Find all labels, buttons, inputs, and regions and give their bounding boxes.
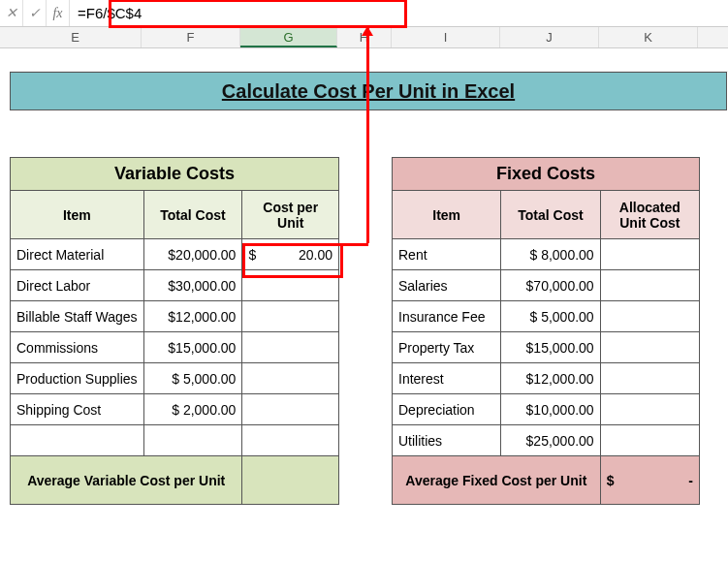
col-header-H[interactable]: H xyxy=(337,27,392,47)
var-avg-label: Average Variable Cost per Unit xyxy=(11,456,242,505)
fix-avg-value[interactable]: $ - xyxy=(600,456,699,505)
cell-empty[interactable] xyxy=(11,425,144,456)
cell-item[interactable]: Rent xyxy=(393,239,501,270)
fixed-costs-table: Fixed Costs Item Total Cost Allocated Un… xyxy=(392,157,700,505)
cell-item[interactable]: Billable Staff Wages xyxy=(11,301,144,332)
cell-cpu[interactable] xyxy=(242,270,339,301)
cell-alloc[interactable] xyxy=(600,425,699,456)
cell-alloc[interactable] xyxy=(600,270,699,301)
col-header-I[interactable]: I xyxy=(392,27,500,47)
cell-alloc[interactable] xyxy=(600,239,699,270)
cell-total[interactable]: $ 8,000.00 xyxy=(501,239,600,270)
formula-input[interactable]: =F6/$C$4 xyxy=(70,0,728,26)
table-row: Commissions $15,000.00 xyxy=(11,332,339,363)
currency-symbol: $ xyxy=(248,247,256,263)
table-row: Billable Staff Wages $12,000.00 xyxy=(11,301,339,332)
fixed-header: Fixed Costs xyxy=(393,158,700,191)
table-row: Salaries $70,000.00 xyxy=(393,270,700,301)
table-row: Rent $ 8,000.00 xyxy=(393,239,700,270)
cell-item[interactable]: Insurance Fee xyxy=(393,301,501,332)
cell-total[interactable]: $25,000.00 xyxy=(501,425,600,456)
col-header-E[interactable]: E xyxy=(10,27,142,47)
cell-item[interactable]: Property Tax xyxy=(393,332,501,363)
fix-avg-label: Average Fixed Cost per Unit xyxy=(393,456,601,505)
cell-cpu[interactable] xyxy=(242,394,339,425)
cell-total[interactable]: $10,000.00 xyxy=(501,394,600,425)
cell-total[interactable]: $12,000.00 xyxy=(501,363,600,394)
table-row: Insurance Fee $ 5,000.00 xyxy=(393,301,700,332)
fix-col-total: Total Cost xyxy=(501,191,600,239)
cell-total[interactable]: $15,000.00 xyxy=(501,332,600,363)
table-row xyxy=(11,425,339,456)
confirm-icon[interactable]: ✓ xyxy=(23,0,47,26)
var-col-item: Item xyxy=(11,191,144,239)
cell-item[interactable]: Direct Material xyxy=(11,239,144,270)
table-row: Direct Material $20,000.00 $ 20.00 xyxy=(11,239,339,270)
col-header-G[interactable]: G xyxy=(240,27,337,47)
cell-item[interactable]: Interest xyxy=(393,363,501,394)
cell-total[interactable]: $12,000.00 xyxy=(143,301,242,332)
cell-alloc[interactable] xyxy=(600,301,699,332)
cancel-icon[interactable]: ✕ xyxy=(0,0,23,26)
col-header-J[interactable]: J xyxy=(500,27,599,47)
variable-costs-table: Variable Costs Item Total Cost Cost per … xyxy=(10,157,339,505)
cell-item[interactable]: Shipping Cost xyxy=(11,394,144,425)
table-row: Interest $12,000.00 xyxy=(393,363,700,394)
cell-cpu[interactable] xyxy=(242,301,339,332)
cell-alloc[interactable] xyxy=(600,332,699,363)
avg-value: - xyxy=(688,473,693,488)
cell-total[interactable]: $ 2,000.00 xyxy=(143,394,242,425)
table-row: Shipping Cost $ 2,000.00 xyxy=(11,394,339,425)
cell-total[interactable]: $30,000.00 xyxy=(143,270,242,301)
table-row: Utilities $25,000.00 xyxy=(393,425,700,456)
table-row: Property Tax $15,000.00 xyxy=(393,332,700,363)
var-avg-value[interactable] xyxy=(242,456,339,505)
formula-bar: ✕ ✓ fx =F6/$C$4 xyxy=(0,0,728,27)
cell-total[interactable]: $ 5,000.00 xyxy=(501,301,600,332)
cell-total[interactable]: $70,000.00 xyxy=(501,270,600,301)
fix-col-alloc: Allocated Unit Cost xyxy=(600,191,699,239)
var-col-total: Total Cost xyxy=(143,191,242,239)
cell-cpu-active[interactable]: $ 20.00 xyxy=(242,239,339,270)
cell-alloc[interactable] xyxy=(600,394,699,425)
cell-item[interactable]: Direct Labor xyxy=(11,270,144,301)
cpu-value: 20.00 xyxy=(299,247,332,263)
page-title: Calculate Cost Per Unit in Excel xyxy=(10,72,727,110)
cell-cpu[interactable] xyxy=(242,363,339,394)
cell-item[interactable]: Utilities xyxy=(393,425,501,456)
table-row: Production Supplies $ 5,000.00 xyxy=(11,363,339,394)
cell-item[interactable]: Salaries xyxy=(393,270,501,301)
cell-empty[interactable] xyxy=(242,425,339,456)
table-row: Direct Labor $30,000.00 xyxy=(11,270,339,301)
cell-total[interactable]: $15,000.00 xyxy=(143,332,242,363)
column-headers: E F G H I J K xyxy=(0,27,728,48)
fix-col-item: Item xyxy=(393,191,501,239)
variable-header: Variable Costs xyxy=(11,158,339,191)
cell-empty[interactable] xyxy=(143,425,242,456)
currency-symbol: $ xyxy=(607,473,615,488)
cell-total[interactable]: $ 5,000.00 xyxy=(143,363,242,394)
cell-item[interactable]: Commissions xyxy=(11,332,144,363)
fx-icon[interactable]: fx xyxy=(47,0,70,26)
row-spacer xyxy=(10,48,728,72)
table-row: Depreciation $10,000.00 xyxy=(393,394,700,425)
cell-total[interactable]: $20,000.00 xyxy=(143,239,242,270)
col-header-K[interactable]: K xyxy=(599,27,698,47)
cell-item[interactable]: Production Supplies xyxy=(11,363,144,394)
cell-item[interactable]: Depreciation xyxy=(393,394,501,425)
cell-cpu[interactable] xyxy=(242,332,339,363)
col-header-F[interactable]: F xyxy=(142,27,240,47)
cell-alloc[interactable] xyxy=(600,363,699,394)
var-col-cpu: Cost per Unit xyxy=(242,191,339,239)
